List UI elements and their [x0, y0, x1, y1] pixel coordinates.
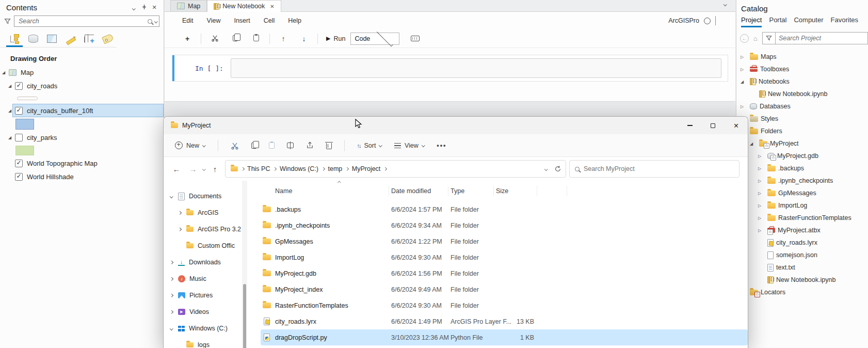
sidebar-item-windows-c[interactable]: Windows (C:) — [164, 320, 242, 337]
code-cell[interactable]: In [ ]: — [172, 55, 728, 82]
filter-icon[interactable] — [4, 18, 11, 25]
move-cell-down-button[interactable]: ↓ — [294, 35, 314, 43]
file-row[interactable]: .backups6/6/2024 1:57 PMFile folder — [261, 201, 748, 217]
chevron-right-icon[interactable] — [170, 261, 173, 264]
expander-expanded-icon[interactable]: ◢ — [8, 108, 15, 113]
tree-item-styles[interactable]: ▷Styles — [736, 113, 868, 125]
tree-item-myproject-atbx[interactable]: ▷MyProject.atbx — [736, 224, 868, 236]
catalog-search-box[interactable] — [762, 32, 868, 44]
forward-button[interactable]: → — [186, 165, 200, 173]
tree-item-new-notebook[interactable]: New Notebook.ipynb — [736, 88, 868, 100]
back-button[interactable]: ← — [170, 165, 183, 173]
cut-cell-button[interactable] — [204, 34, 225, 43]
layer-checkbox[interactable] — [15, 107, 23, 115]
rename-button[interactable] — [287, 143, 294, 148]
line-symbol-swatch[interactable] — [17, 97, 38, 100]
tree-item-text-txt[interactable]: text.txt — [736, 261, 868, 274]
tree-item-folders[interactable]: ◢Folders — [736, 125, 868, 137]
tree-item-notebooks[interactable]: ◢Notebooks — [736, 75, 868, 88]
tree-item-ipynb-checkpoints[interactable]: ▷.ipynb_checkpoints — [736, 175, 868, 187]
cell-code-input[interactable] — [231, 58, 721, 78]
refresh-icon[interactable] — [554, 165, 561, 172]
expander-collapsed-icon[interactable]: ▷ — [741, 55, 747, 59]
tree-item-maps[interactable]: ▷Maps — [736, 51, 868, 63]
catalog-search-input[interactable] — [776, 35, 867, 42]
menu-edit[interactable]: Edit — [182, 17, 194, 24]
list-by-data-source-button[interactable] — [25, 31, 41, 47]
column-header-date[interactable]: Date modified — [389, 186, 448, 196]
menu-view[interactable]: View — [207, 17, 221, 24]
layer-map[interactable]: ◢ Map — [0, 66, 164, 79]
file-row[interactable]: MyProject.gdb6/6/2024 1:56 PMFile folder — [261, 265, 748, 281]
scrollbar-thumb[interactable] — [243, 284, 246, 348]
more-options-button[interactable]: ••• — [437, 142, 446, 149]
move-cell-up-button[interactable]: ↑ — [273, 35, 294, 43]
sidebar-item-arcgis[interactable]: ArcGIS — [164, 204, 242, 221]
tab-portal[interactable]: Portal — [769, 16, 786, 27]
layer-city-roads-buffer[interactable]: ◢ city_roads_buffer_10ft — [0, 104, 164, 117]
sort-ascending-icon[interactable] — [337, 181, 341, 184]
expander-collapsed-icon[interactable]: ▷ — [758, 179, 765, 183]
tab-new-notebook[interactable]: New Notebook ✕ — [207, 0, 281, 12]
column-header-type[interactable]: Type — [448, 186, 494, 196]
pin-icon[interactable] — [139, 4, 149, 11]
polygon-symbol-swatch[interactable] — [15, 146, 34, 155]
sidebar-item-arcgis-pro[interactable]: ArcGIS Pro 3.2 — [164, 221, 242, 238]
chevron-down-icon[interactable] — [544, 167, 548, 170]
chevron-right-icon[interactable] — [170, 294, 173, 297]
sidebar-item-custom-office[interactable]: Custom Offic — [164, 238, 242, 254]
layer-checkbox[interactable] — [15, 173, 23, 181]
sidebar-scrollbar[interactable] — [242, 181, 247, 348]
tab-favorites[interactable]: Favorites — [831, 16, 858, 27]
tree-item-toolboxes[interactable]: ▷Toolboxes — [736, 63, 868, 75]
chevron-down-icon[interactable] — [202, 167, 205, 170]
close-button[interactable]: ✕ — [725, 117, 748, 134]
chevron-down-icon[interactable] — [154, 20, 157, 23]
delete-button[interactable] — [326, 141, 332, 149]
close-panel-icon[interactable]: ✕ — [149, 4, 159, 11]
add-cell-button[interactable]: + — [177, 35, 198, 43]
expander-expanded-icon[interactable]: ◢ — [2, 70, 9, 75]
layer-checkbox[interactable] — [15, 82, 23, 90]
menu-cell[interactable]: Cell — [264, 17, 275, 24]
new-button[interactable]: New — [175, 141, 205, 149]
sidebar-item-music[interactable]: ♪Music — [164, 271, 242, 287]
close-tab-icon[interactable]: ✕ — [270, 4, 274, 9]
chevron-down-icon[interactable] — [128, 4, 139, 10]
expander-collapsed-icon[interactable]: ▷ — [758, 191, 765, 196]
layer-world-topographic-map[interactable]: World Topographic Map — [0, 156, 164, 170]
chevron-down-icon[interactable] — [724, 3, 727, 6]
chevron-right-icon[interactable] — [178, 211, 181, 214]
breadcrumb-myproject[interactable]: MyProject — [352, 165, 381, 172]
file-row[interactable]: city_roads.lyrx6/6/2024 1:49 PMArcGIS Pr… — [261, 313, 748, 329]
tree-item-backups[interactable]: ▷.backups — [736, 162, 868, 175]
expander-expanded-icon[interactable]: ◢ — [8, 84, 15, 88]
list-by-drawing-order-button[interactable] — [6, 31, 23, 47]
expander-collapsed-icon[interactable]: ▷ — [758, 154, 765, 159]
explorer-search-box[interactable] — [569, 160, 740, 178]
contents-search-box[interactable] — [14, 15, 159, 27]
home-icon[interactable]: ⌂ — [751, 35, 760, 42]
list-by-selection-button[interactable] — [43, 31, 60, 47]
tree-item-somejson[interactable]: somejson.json — [736, 249, 868, 261]
chevron-down-icon[interactable] — [170, 195, 173, 198]
cut-button[interactable] — [231, 141, 239, 150]
expander-collapsed-icon[interactable]: ▷ — [758, 216, 765, 220]
copy-button[interactable] — [251, 143, 256, 149]
paste-button[interactable] — [269, 142, 275, 149]
polygon-symbol-swatch[interactable] — [15, 119, 34, 130]
tree-item-myproject[interactable]: ◢MyProject — [736, 137, 868, 150]
minimize-button[interactable] — [678, 117, 701, 134]
sidebar-item-videos[interactable]: ▶Videos — [164, 304, 242, 320]
tab-project[interactable]: Project — [741, 16, 762, 27]
column-header-name[interactable]: Name — [273, 186, 389, 196]
layer-city-roads[interactable]: ◢ city_roads — [0, 79, 164, 92]
sort-button[interactable]: ↑↓ Sort — [357, 142, 382, 149]
run-button[interactable]: ▶ Run — [326, 35, 345, 42]
tree-item-rasterfunctiontemplates[interactable]: ▷RasterFunctionTemplates — [736, 212, 868, 224]
chevron-right-icon[interactable] — [178, 228, 181, 231]
column-header-size[interactable]: Size — [494, 186, 537, 196]
layer-checkbox[interactable] — [15, 134, 23, 141]
view-button[interactable]: View — [394, 142, 424, 149]
filter-icon[interactable] — [763, 33, 776, 44]
